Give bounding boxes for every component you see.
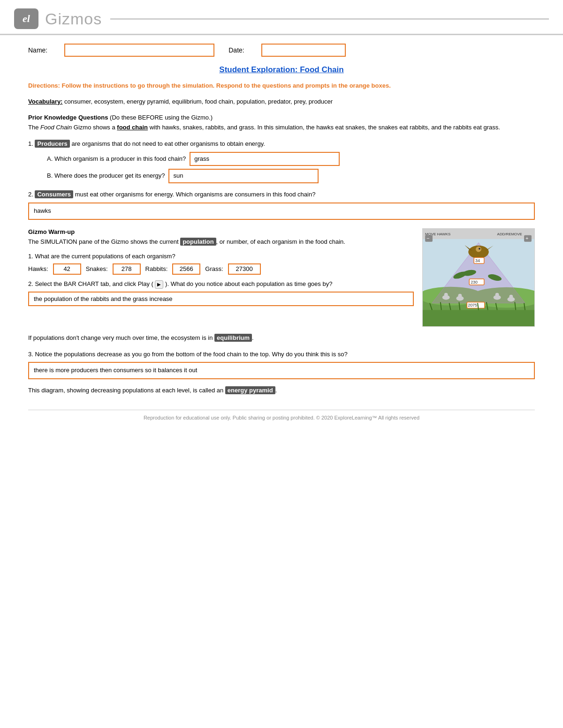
- svg-text:ADD/REMOVE: ADD/REMOVE: [497, 232, 522, 236]
- q2-number: 2.: [28, 191, 35, 198]
- app-title: Gizmos: [45, 10, 102, 28]
- grass-label: Grass:: [205, 265, 223, 272]
- hawks-input[interactable]: 42: [53, 263, 81, 275]
- snakes-label: Snakes:: [86, 265, 108, 272]
- name-date-row: Name: Date:: [28, 44, 535, 57]
- vocabulary-section: Vocabulary: consumer, ecosystem, energy …: [28, 97, 535, 107]
- q2-text: must eat other organisms for energy. Whi…: [75, 191, 316, 198]
- population-row: Hawks: 42 Snakes: 278 Rabbits: 2566 Gras…: [28, 263, 414, 275]
- date-label: Date:: [228, 46, 244, 54]
- svg-point-25: [444, 293, 448, 297]
- food-chain-italic: Food Chain: [40, 124, 72, 131]
- prior-knowledge-paren-text: (Do these BEFORE using the Gizmo.): [110, 114, 213, 121]
- pop-q2-post: ). What do you notice about each populat…: [165, 280, 332, 287]
- svg-text:+: +: [525, 235, 528, 241]
- logo-box: el: [14, 8, 38, 29]
- pop-q2-pre: 2. Select the BAR CHART tab, and click P…: [28, 280, 153, 287]
- svg-text:230: 230: [471, 280, 478, 285]
- header: el Gizmos: [0, 0, 563, 35]
- prior-knowledge-body-mid: Gizmo shows a: [72, 124, 117, 131]
- svg-point-29: [495, 293, 499, 297]
- equilibrium-end: .: [252, 334, 254, 341]
- pop-q3-answer[interactable]: there is more producers then consumers s…: [28, 362, 535, 379]
- equilibrium-pre: If populations don't change very much ov…: [28, 334, 214, 341]
- q1a-row: A. Which organism is a producer in this …: [47, 152, 535, 166]
- warmup-body-post: , or number, of each organism in the foo…: [216, 238, 345, 245]
- main-content: Name: Date: Student Exploration: Food Ch…: [0, 44, 563, 435]
- prior-knowledge-body-post: with hawks, snakes, rabbits, and grass. …: [148, 124, 500, 131]
- footer: Reproduction for educational use only. P…: [28, 410, 535, 420]
- prior-knowledge-label: Prior Knowledge Questions: [28, 114, 108, 121]
- doc-title: Student Exploration: Food Chain: [28, 65, 535, 75]
- q1-number: 1.: [28, 140, 35, 147]
- vocab-label: Vocabulary:: [28, 98, 62, 105]
- logo-icon: el: [23, 13, 30, 25]
- date-input[interactable]: [261, 44, 346, 57]
- svg-rect-34: [423, 310, 534, 326]
- prior-knowledge-body-pre: The: [28, 124, 40, 131]
- warmup-left: Gizmo Warm-up The SIMULATION pane of the…: [28, 228, 414, 307]
- question-3-block: 3. Notice the populations decrease as yo…: [28, 350, 535, 380]
- population-highlight: population: [180, 238, 216, 246]
- energy-pyramid-pre: This diagram, showing decreasing populat…: [28, 387, 225, 394]
- hawks-label: Hawks:: [28, 265, 48, 272]
- q3-number: 3. Notice the populations decrease as yo…: [28, 351, 348, 358]
- question-2-block: 2. Consumers must eat other organisms fo…: [28, 190, 535, 220]
- pop-q2-answer[interactable]: the population of the rabbits and the gr…: [28, 292, 414, 306]
- q1-text: are organisms that do not need to eat ot…: [71, 140, 265, 147]
- directions-text: Directions: Follow the instructions to g…: [28, 81, 535, 90]
- equilibrium-line: If populations don't change very much ov…: [28, 333, 535, 343]
- q1a-answer[interactable]: grass: [190, 152, 340, 166]
- svg-point-27: [458, 294, 462, 298]
- svg-text:34: 34: [475, 258, 480, 263]
- energy-pyramid-end: .: [275, 387, 277, 394]
- svg-text:2075: 2075: [468, 303, 477, 308]
- pop-q2-text: 2. Select the BAR CHART tab, and click P…: [28, 279, 414, 289]
- q1b-answer[interactable]: sun: [168, 169, 319, 183]
- prior-knowledge-section: Prior Knowledge Questions (Do these BEFO…: [28, 113, 535, 133]
- q1a-label: A. Which organism is a producer in this …: [47, 154, 186, 164]
- warmup-title: Gizmo Warm-up: [28, 228, 414, 235]
- rabbits-input[interactable]: 2566: [172, 263, 200, 275]
- header-divider: [110, 18, 549, 20]
- grass-input[interactable]: 27300: [228, 263, 261, 275]
- gizmo-simulation-image: MOVE HAWKS ADD/REMOVE − + 34: [422, 228, 535, 327]
- q1b-row: B. Where does the producer get its energ…: [47, 169, 535, 183]
- consumers-highlight: Consumers: [35, 190, 73, 198]
- svg-point-31: [509, 295, 513, 299]
- equilibrium-highlight: equilibrium: [214, 334, 252, 342]
- energy-pyramid-highlight: energy pyramid: [225, 386, 275, 394]
- q2-answer[interactable]: hawks: [28, 203, 535, 220]
- svg-point-15: [476, 247, 481, 252]
- snakes-input[interactable]: 278: [113, 263, 141, 275]
- play-button-icon: ▶: [155, 280, 163, 289]
- rabbits-label: Rabbits:: [145, 265, 168, 272]
- energy-pyramid-line: This diagram, showing decreasing populat…: [28, 386, 535, 396]
- pop-q1-text: 1. What are the current populations of e…: [28, 253, 414, 260]
- svg-text:−: −: [426, 235, 429, 241]
- name-input[interactable]: [64, 44, 214, 57]
- gizmo-warmup-section: Gizmo Warm-up The SIMULATION pane of the…: [28, 228, 535, 327]
- question-1-block: 1. Producers are organisms that do not n…: [28, 139, 535, 183]
- svg-point-16: [479, 248, 480, 249]
- warmup-body-pre: The SIMULATION pane of the Gizmo shows t…: [28, 238, 180, 245]
- name-label: Name:: [28, 46, 47, 54]
- producers-highlight: Producers: [35, 140, 69, 148]
- q1b-label: B. Where does the producer get its energ…: [47, 171, 165, 181]
- food-chain-highlight: food chain: [117, 124, 148, 131]
- vocab-text: consumer, ecosystem, energy pyramid, equ…: [64, 98, 333, 105]
- warmup-intro: The SIMULATION pane of the Gizmo shows t…: [28, 237, 414, 247]
